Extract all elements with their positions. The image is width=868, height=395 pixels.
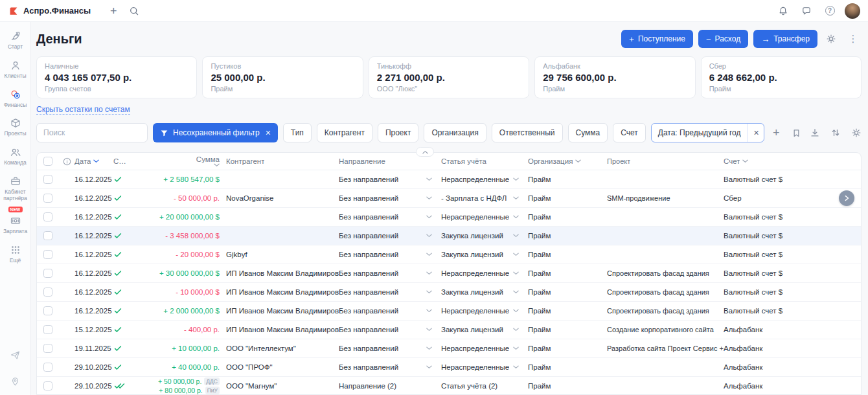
select-all-checkbox[interactable]: [43, 157, 52, 166]
sidebar-item-0[interactable]: Старт: [0, 26, 30, 55]
column-header-org[interactable]: Организация: [528, 157, 607, 165]
row-category[interactable]: Нераспределенные: [441, 344, 528, 352]
hide-balances-link[interactable]: Скрыть остатки по счетам: [36, 105, 130, 115]
user-avatar[interactable]: [845, 3, 860, 19]
chevron-down-icon[interactable]: [513, 365, 519, 369]
table-row[interactable]: 19.11.2025+ 10 000,00 р.ООО "Интеллектум…: [37, 339, 861, 358]
row-checkbox[interactable]: [43, 269, 52, 278]
row-checkbox[interactable]: [43, 231, 52, 240]
filter-chip-4[interactable]: Ответственный: [492, 123, 563, 142]
sort-order-icon[interactable]: [830, 128, 841, 138]
row-category[interactable]: Нераспределенные: [441, 363, 528, 371]
chevron-down-icon[interactable]: [513, 196, 519, 200]
row-category[interactable]: Нераспределенные: [441, 175, 528, 183]
row-checkbox[interactable]: [43, 212, 52, 221]
chevron-down-icon[interactable]: [426, 177, 432, 181]
sidebar-item-4[interactable]: Команда: [0, 142, 30, 171]
row-direction[interactable]: Без направлений: [339, 344, 441, 352]
transfer-button[interactable]: →Трансфер: [753, 30, 817, 48]
table-row[interactable]: 16.12.2025+ 2 000 000,00 $ИП Иванов Макс…: [37, 302, 861, 321]
row-direction[interactable]: Без направлений: [339, 269, 441, 277]
unsaved-filter-button[interactable]: Несохраненный фильтр ×: [153, 123, 278, 142]
filter-chip-6[interactable]: Счет: [613, 123, 646, 142]
table-row[interactable]: 16.12.2025- 3 458 000,00 $Без направлени…: [37, 227, 861, 245]
search-input[interactable]: [36, 123, 148, 142]
chevron-down-icon[interactable]: [513, 309, 519, 313]
kebab-menu-icon[interactable]: ⋮: [845, 30, 862, 47]
sidebar-item-7[interactable]: Ещё: [0, 240, 30, 269]
app-logo-icon[interactable]: [8, 5, 19, 17]
table-row[interactable]: 16.12.2025+ 20 000 000,00 $Без направлен…: [37, 208, 861, 227]
sidebar-item-2[interactable]: Финансы: [0, 84, 30, 113]
clear-filter-icon[interactable]: ×: [266, 128, 271, 137]
table-row[interactable]: 15.12.2025- 400,00 р.ИП Иванов Максим Вл…: [37, 321, 861, 339]
row-category[interactable]: Нераспределенные: [441, 269, 528, 277]
table-settings-gear-icon[interactable]: [851, 128, 862, 138]
row-checkbox[interactable]: [43, 325, 52, 334]
row-category[interactable]: Закупка лицензий: [441, 326, 528, 333]
open-row-button[interactable]: [839, 190, 854, 206]
bookmark-icon[interactable]: [788, 124, 805, 141]
chevron-down-icon[interactable]: [426, 309, 432, 313]
chevron-down-icon[interactable]: [426, 196, 432, 200]
column-header-amount[interactable]: Сумма: [135, 155, 226, 167]
row-category[interactable]: Закупка лицензий: [441, 288, 528, 296]
row-checkbox[interactable]: [43, 288, 52, 297]
chevron-down-icon[interactable]: [426, 215, 432, 219]
messages-button[interactable]: [798, 3, 815, 19]
chevron-down-icon[interactable]: [513, 290, 519, 294]
pin-icon[interactable]: [10, 376, 21, 387]
sidebar-item-3[interactable]: Проекты: [0, 113, 30, 142]
row-category[interactable]: Нераспределенные: [441, 213, 528, 221]
info-icon[interactable]: [63, 157, 71, 166]
chevron-down-icon[interactable]: [426, 271, 432, 275]
row-category[interactable]: - Зарплата с НДФЛ: [441, 194, 528, 202]
sort-caret-icon[interactable]: [575, 159, 581, 163]
row-direction[interactable]: Без направлений: [339, 213, 441, 221]
row-category[interactable]: Закупка лицензий: [441, 232, 528, 240]
chevron-down-icon[interactable]: [426, 346, 432, 350]
row-checkbox[interactable]: [43, 175, 52, 184]
sidebar-item-6[interactable]: NEWЗарплата: [0, 206, 30, 240]
row-direction[interactable]: Без направлений: [339, 307, 441, 315]
filter-chip-3[interactable]: Организация: [424, 123, 486, 142]
row-checkbox[interactable]: [43, 344, 52, 353]
row-direction[interactable]: Без направлений: [339, 288, 441, 296]
remove-date-filter-icon[interactable]: ×: [748, 124, 765, 142]
chevron-down-icon[interactable]: [513, 234, 519, 238]
row-checkbox[interactable]: [43, 363, 52, 372]
filter-chip-5[interactable]: Сумма: [568, 123, 608, 142]
send-icon[interactable]: [10, 350, 21, 361]
row-direction[interactable]: Без направлений: [339, 326, 441, 333]
help-button[interactable]: ?: [821, 3, 838, 19]
table-row[interactable]: 16.12.2025+ 30 000 000,00 $ИП Иванов Мак…: [37, 264, 861, 283]
chevron-down-icon[interactable]: [426, 234, 432, 238]
row-direction[interactable]: Без направлений: [339, 175, 441, 183]
chevron-down-icon[interactable]: [426, 253, 432, 256]
filter-chip-1[interactable]: Контрагент: [317, 123, 372, 142]
chevron-down-icon[interactable]: [426, 328, 432, 332]
filter-chip-0[interactable]: Тип: [283, 123, 312, 142]
table-row[interactable]: 16.12.2025- 10 000,00 $ИП Иванов Максим …: [37, 283, 861, 302]
sort-caret-icon[interactable]: [214, 163, 220, 167]
date-filter-chip[interactable]: Дата: Предыдущий год ×: [651, 123, 765, 142]
row-direction[interactable]: Без направлений: [339, 194, 441, 202]
row-category[interactable]: Закупка лицензий: [441, 251, 528, 258]
sort-caret-icon[interactable]: [93, 159, 99, 163]
download-icon[interactable]: [810, 128, 820, 138]
row-checkbox[interactable]: [43, 381, 52, 390]
quick-add-button[interactable]: +: [105, 3, 122, 19]
sidebar-item-5[interactable]: Кабинет партнёра: [0, 171, 30, 207]
row-checkbox[interactable]: [43, 194, 52, 203]
chevron-down-icon[interactable]: [513, 215, 519, 219]
chevron-down-icon[interactable]: [513, 346, 519, 350]
global-search-button[interactable]: [126, 3, 143, 19]
table-row[interactable]: 16.12.2025- 50 000,00 р.NovaOrganiseБез …: [37, 189, 861, 208]
account-card-1[interactable]: Пустиков25 000,00 р.Прайм: [202, 56, 363, 98]
notifications-button[interactable]: [775, 3, 792, 19]
expense-button[interactable]: −Расход: [698, 30, 748, 48]
account-card-3[interactable]: Альфабанк29 756 600,00 р.Прайм: [534, 56, 695, 98]
add-filter-icon[interactable]: +: [770, 127, 782, 139]
sidebar-item-1[interactable]: Клиенты: [0, 55, 30, 84]
row-direction[interactable]: Без направлений: [339, 232, 441, 240]
